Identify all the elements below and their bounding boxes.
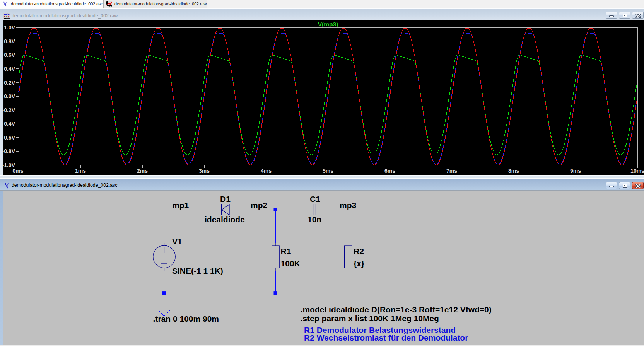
svg-text:-0.2V: -0.2V [3,107,15,113]
svg-text:SINE(-1 1 1K): SINE(-1 1 1K) [172,266,223,275]
svg-text:C1: C1 [310,194,320,203]
svg-text:5ms: 5ms [323,168,333,174]
svg-text:mp2: mp2 [251,201,267,210]
svg-text:mp3: mp3 [340,201,356,210]
svg-text:R1: R1 [281,247,291,256]
svg-text:1ms: 1ms [75,168,86,174]
svg-text:3ms: 3ms [199,168,210,174]
svg-text:8ms: 8ms [508,168,519,174]
svg-text:4ms: 4ms [261,168,272,174]
svg-text:idealdiode: idealdiode [205,215,245,224]
svg-text:0.4V: 0.4V [4,66,15,72]
svg-text:9ms: 9ms [570,168,581,174]
svg-text:mp1: mp1 [172,201,189,210]
svg-text:0.6V: 0.6V [4,52,15,58]
svg-text:0.2V: 0.2V [4,80,15,86]
svg-text:-1.0V: -1.0V [3,162,15,168]
svg-text:6ms: 6ms [384,168,395,174]
svg-text:.model idealdiode D(Ron=1e-3 R: .model idealdiode D(Ron=1e-3 Roff=1e12 V… [301,305,492,314]
svg-text:0.0V: 0.0V [4,93,15,99]
svg-text:-0.6V: -0.6V [3,135,15,141]
svg-text:.step param x list 100K 1Meg 1: .step param x list 100K 1Meg 10Meg [301,314,439,323]
svg-text:0ms: 0ms [12,168,23,174]
svg-text:R2: R2 [354,247,364,256]
svg-text:R2 Wechselstromlast für den De: R2 Wechselstromlast für den Demodulator [304,333,468,342]
svg-text:100K: 100K [281,259,300,268]
svg-text:.tran 0 100m 90m: .tran 0 100m 90m [153,314,219,323]
svg-text:-0.8V: -0.8V [3,148,15,154]
svg-text:-0.4V: -0.4V [3,121,15,127]
svg-text:2ms: 2ms [137,168,148,174]
svg-text:7ms: 7ms [446,168,457,174]
svg-text:D1: D1 [220,194,231,203]
svg-text:V1: V1 [172,237,182,246]
svg-text:10ms: 10ms [630,168,644,174]
svg-text:V(mp3): V(mp3) [318,21,338,27]
svg-text:0.8V: 0.8V [4,38,15,44]
svg-text:1.0V: 1.0V [4,24,15,31]
svg-text:10n: 10n [307,215,321,224]
svg-text:{x}: {x} [354,259,364,268]
